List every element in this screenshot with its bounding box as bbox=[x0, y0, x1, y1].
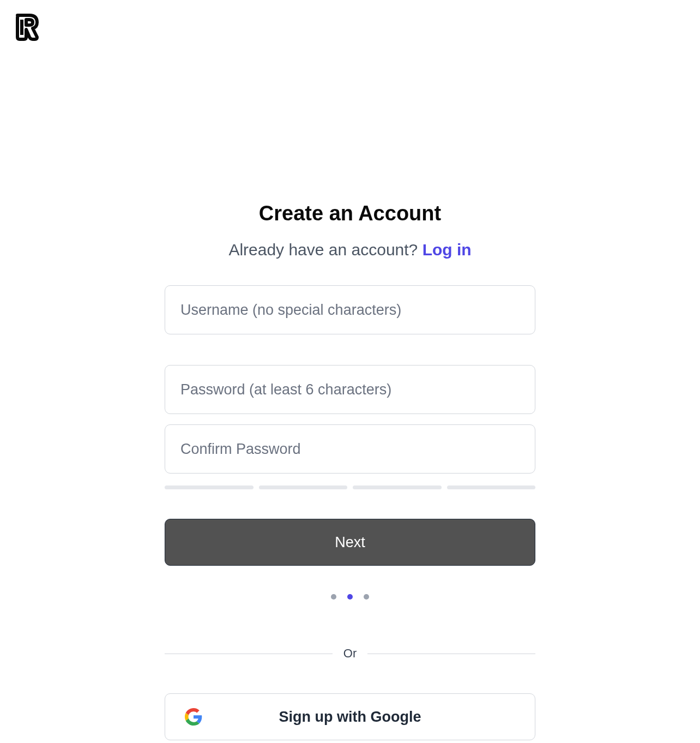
subtitle-prefix: Already have an account? bbox=[228, 241, 422, 259]
divider-line-left bbox=[165, 654, 333, 654]
strength-bar-1 bbox=[165, 486, 254, 489]
page-title: Create an Account bbox=[165, 202, 535, 225]
signup-form-container: Create an Account Already have an accoun… bbox=[165, 0, 535, 740]
subtitle-row: Already have an account? Log in bbox=[165, 241, 535, 259]
password-strength-bars bbox=[165, 486, 535, 489]
divider: Or bbox=[165, 646, 535, 661]
username-input[interactable] bbox=[165, 285, 535, 334]
google-signup-button[interactable]: Sign up with Google bbox=[165, 693, 535, 740]
progress-dot-2 bbox=[347, 594, 353, 600]
divider-line-right bbox=[367, 654, 535, 654]
progress-dot-1 bbox=[331, 594, 336, 600]
next-button[interactable]: Next bbox=[165, 519, 535, 566]
logo-r-icon bbox=[13, 13, 41, 41]
confirm-password-input[interactable] bbox=[165, 424, 535, 474]
progress-dot-3 bbox=[364, 594, 369, 600]
login-link[interactable]: Log in bbox=[423, 241, 472, 259]
divider-text: Or bbox=[343, 646, 357, 661]
strength-bar-2 bbox=[259, 486, 348, 489]
strength-bar-4 bbox=[447, 486, 536, 489]
strength-bar-3 bbox=[353, 486, 442, 489]
google-button-label: Sign up with Google bbox=[165, 709, 535, 726]
signup-form: Next Or Sign up with Google bbox=[165, 285, 535, 740]
password-input[interactable] bbox=[165, 365, 535, 414]
progress-dots bbox=[165, 594, 535, 600]
brand-logo bbox=[13, 13, 41, 44]
